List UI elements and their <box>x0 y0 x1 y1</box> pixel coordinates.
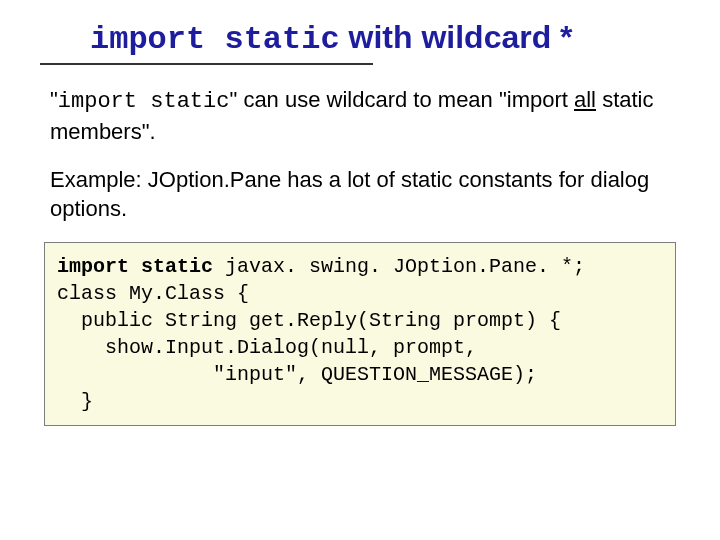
title-block: import static with wildcard * <box>40 20 680 65</box>
paragraph-2: Example: JOption.Pane has a lot of stati… <box>50 165 670 224</box>
title-text-part: with wildcard * <box>340 19 573 55</box>
title-code-part: import static <box>90 21 340 58</box>
code-line1-bold: import static <box>57 255 213 278</box>
code-line1-rest: javax. swing. JOption.Pane. *; <box>213 255 585 278</box>
code-line2: class My.Class { <box>57 282 249 305</box>
code-example: import static javax. swing. JOption.Pane… <box>44 242 676 426</box>
p1-code: import static <box>58 89 230 114</box>
slide-title: import static with wildcard * <box>90 20 680 57</box>
paragraph-1: "import static" can use wildcard to mean… <box>50 85 670 146</box>
title-underline <box>40 63 373 65</box>
p1-after-mono: " can use wildcard to mean "import <box>229 87 574 112</box>
code-line5: "input", QUESTION_MESSAGE); <box>57 363 537 386</box>
p1-quote-open: " <box>50 87 58 112</box>
code-line4: show.Input.Dialog(null, prompt, <box>57 336 477 359</box>
code-line3: public String get.Reply(String prompt) { <box>57 309 561 332</box>
code-line6: } <box>57 390 93 413</box>
p1-underline: all <box>574 87 596 112</box>
slide: import static with wildcard * "import st… <box>0 0 720 456</box>
